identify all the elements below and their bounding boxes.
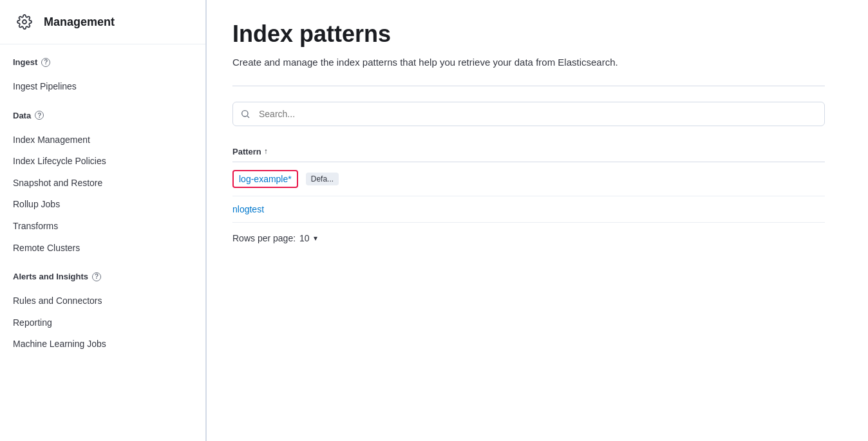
page-description: Create and manage the index patterns tha… xyxy=(232,55,825,70)
sidebar-item-rollup-jobs[interactable]: Rollup Jobs xyxy=(0,194,205,216)
rows-per-page-value: 10 xyxy=(299,233,310,243)
alerts-help-icon[interactable]: ? xyxy=(92,272,101,281)
index-patterns-table: Pattern ↑ log-example* Defa... nlogtest … xyxy=(232,142,825,243)
rows-per-page-selector[interactable]: Rows per page: 10 ▾ xyxy=(232,233,825,243)
sidebar-item-index-lifecycle-policies[interactable]: Index Lifecycle Policies xyxy=(0,151,205,173)
sidebar-item-machine-learning-jobs[interactable]: Machine Learning Jobs xyxy=(0,333,205,355)
pattern-link-log-example[interactable]: log-example* xyxy=(232,170,298,188)
sidebar-item-transforms[interactable]: Transforms xyxy=(0,216,205,238)
svg-point-1 xyxy=(242,110,248,116)
table-row: log-example* Defa... xyxy=(232,162,825,196)
sidebar-section-data: Data ? xyxy=(0,98,205,129)
sidebar-item-reporting[interactable]: Reporting xyxy=(0,312,205,334)
sidebar-item-snapshot-and-restore[interactable]: Snapshot and Restore xyxy=(0,173,205,194)
sidebar-section-alerts: Alerts and Insights ? xyxy=(0,259,205,290)
sidebar-section-ingest: Ingest ? xyxy=(0,44,205,76)
sidebar: Management Ingest ? Ingest Pipelines Dat… xyxy=(0,0,206,441)
data-help-icon[interactable]: ? xyxy=(35,111,44,120)
sidebar-section-data-label: Data ? xyxy=(13,111,193,120)
table-header: Pattern ↑ xyxy=(232,142,825,162)
search-icon xyxy=(240,109,250,119)
search-container xyxy=(232,102,825,126)
sidebar-item-remote-clusters[interactable]: Remote Clusters xyxy=(0,238,205,259)
main-content-area: Index patterns Create and manage the ind… xyxy=(207,0,868,441)
sidebar-header: Management xyxy=(0,0,205,44)
sidebar-section-alerts-label: Alerts and Insights ? xyxy=(13,272,193,281)
rows-per-page-label: Rows per page: xyxy=(232,233,296,243)
sidebar-item-index-management[interactable]: Index Management xyxy=(0,129,205,151)
sort-arrow-icon: ↑ xyxy=(264,147,268,156)
sidebar-section-ingest-label: Ingest ? xyxy=(13,57,193,67)
search-input[interactable] xyxy=(232,102,825,126)
pattern-link-nlogtest[interactable]: nlogtest xyxy=(232,204,264,214)
ingest-help-icon[interactable]: ? xyxy=(41,58,50,67)
svg-line-2 xyxy=(247,116,249,118)
sidebar-item-ingest-pipelines[interactable]: Ingest Pipelines xyxy=(0,76,205,98)
content-divider xyxy=(232,86,825,86)
pattern-column-header[interactable]: Pattern ↑ xyxy=(232,147,268,156)
sidebar-title: Management xyxy=(44,15,115,29)
sidebar-item-rules-and-connectors[interactable]: Rules and Connectors xyxy=(0,290,205,312)
gear-icon xyxy=(13,10,36,33)
table-row: nlogtest xyxy=(232,196,825,223)
default-badge: Defa... xyxy=(306,173,339,185)
svg-point-0 xyxy=(23,20,26,24)
page-title: Index patterns xyxy=(232,21,825,48)
chevron-down-icon: ▾ xyxy=(314,234,317,243)
